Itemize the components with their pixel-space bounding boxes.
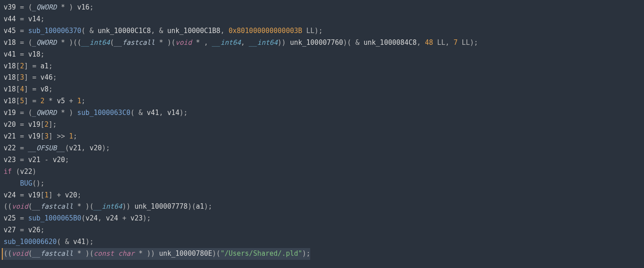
code-token: ( [12,168,20,176]
code-token: __fastcall [32,202,73,211]
code-token: = [16,132,28,140]
code-token: [ [16,85,20,93]
code-line[interactable]: ((void(__fastcall * )(__int64)) unk_1000… [4,201,640,213]
code-token: __int64 [82,38,110,47]
code-token: ); [302,249,310,258]
code-line[interactable]: v18[2] = a1; [4,61,640,72]
code-token: v18 [4,73,16,81]
code-token: v41 [147,109,159,117]
code-token: v24 [86,214,98,222]
code-token: ; [40,226,44,234]
code-token: sub_100006620 [4,238,57,246]
code-token: v26 [28,226,40,234]
code-line[interactable]: v41 = v18; [4,49,640,61]
code-token: sub_1000065B0 [28,214,81,222]
code-line[interactable]: v18[3] = v46; [4,72,640,84]
code-token: v14 [28,15,40,23]
code-line[interactable]: ((void(__fastcall * )(const char * )) un… [4,248,640,260]
code-token: ; [53,73,57,81]
code-token: v19 [28,120,40,129]
code-token: LL); [457,38,478,47]
code-token: ; [73,132,77,140]
code-token: v20 [53,156,65,164]
code-token: a1 [40,62,48,70]
code-token: = [16,226,28,234]
code-line[interactable]: v18 = (_QWORD * )((__int64(__fastcall * … [4,37,640,49]
code-token: = ( [16,3,32,11]
code-token: ); [204,202,212,211]
code-line[interactable]: BUG(); [4,178,640,190]
code-token: unk_1000084C8 [364,38,417,47]
code-token: = [16,27,28,35]
code-token: ( [28,249,32,258]
code-line[interactable]: v27 = v26; [4,225,640,236]
code-token: ] = [24,62,40,70]
code-token: ; [82,97,86,105]
code-token: sub_100006370 [28,27,81,35]
code-line[interactable]: v44 = v14; [4,14,640,25]
code-token: __OFSUB__ [28,144,65,152]
code-token: ); [86,238,94,246]
code-token: , & [151,27,167,35]
code-token: __int64 [94,202,122,211]
code-line[interactable]: v20 = v19[2]; [4,119,640,131]
code-token: = [16,144,28,152]
code-token: __fastcall [32,249,73,258]
code-line[interactable]: v18[4] = v8; [4,84,640,96]
code-line[interactable]: v21 = v19[3] >> 1; [4,131,640,143]
code-token: ( & [57,238,73,246]
code-token: , [221,27,229,35]
code-line[interactable]: v24 = v19[1] + v20; [4,190,640,201]
code-token: v18 [4,85,16,93]
code-token: v21 [28,156,40,164]
code-line[interactable]: v23 = v21 - v20; [4,154,640,166]
code-line[interactable]: v19 = (_QWORD * ) sub_1000063C0( & v41, … [4,107,640,119]
code-token: [ [40,120,44,129]
code-token: [ [16,97,20,105]
code-line[interactable]: if (v22) [4,166,640,178]
code-token: v20 [4,120,16,129]
code-token: 48 [425,38,433,47]
code-block[interactable]: v39 = (_QWORD * ) v16;v44 = v14;v45 = su… [0,0,644,263]
code-line[interactable]: sub_100006620( & v41); [4,236,640,248]
code-token: unk_10000C1C8 [98,27,151,35]
code-token: * )(( [57,38,81,47]
code-line[interactable]: v39 = (_QWORD * ) v16; [4,2,640,14]
code-token: )( & [343,38,364,47]
code-token: v5 [57,97,65,105]
code-token: v23 [130,214,143,222]
code-token: )( [212,249,221,258]
code-token: = [16,120,28,129]
code-token: * [44,97,57,105]
code-line[interactable]: v18[5] = 2 * v5 + 1; [4,96,640,107]
code-token: a1 [196,202,204,211]
code-token: , [98,214,106,222]
code-token: ; [48,62,53,70]
code-token: v18 [4,38,16,47]
code-token: __int64 [212,38,241,47]
code-token: (); [32,179,44,187]
code-token: ] = [24,73,40,81]
highlighted-line[interactable]: ((void(__fastcall * )(const char * )) un… [2,248,310,260]
code-token: void [12,249,28,258]
code-token: ; [65,156,69,164]
code-token: , [241,38,249,47]
code-token: ] + [48,191,65,199]
code-token: v27 [4,226,16,234]
code-line[interactable]: v45 = sub_100006370( & unk_10000C1C8, & … [4,25,640,37]
code-token: v45 [4,27,16,35]
code-token: LL); [302,27,322,35]
code-token: unk_100007778 [135,202,187,211]
code-token: = [16,15,28,23]
code-token: , [417,38,425,47]
code-token: * ) [57,3,77,11]
code-token: 3 [20,73,24,81]
code-token: __fastcall [114,38,155,47]
code-token: [ [16,62,20,70]
code-token: v20 [90,144,102,152]
code-token: = [16,214,28,222]
code-line[interactable]: v22 = __OFSUB__(v21, v20); [4,143,640,154]
code-token: _QWORD [32,3,57,11]
code-line[interactable]: v25 = sub_1000065B0(v24, v24 + v23); [4,213,640,225]
code-token: * )) [135,249,159,258]
